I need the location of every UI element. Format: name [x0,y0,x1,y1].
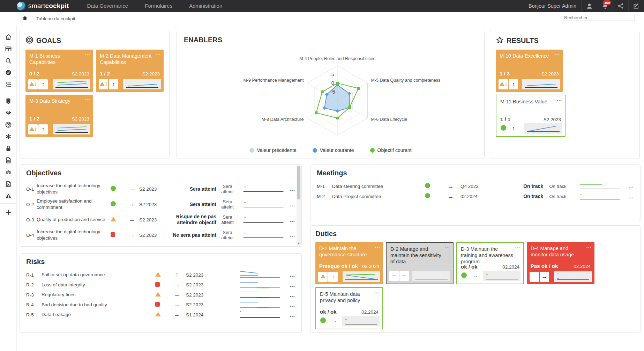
row-period: Q4 2023 [460,184,519,189]
more-menu[interactable]: ... [281,272,295,278]
card-status-row: 0 / 2S2 2023 [29,71,89,76]
card-m-10[interactable]: M-10 Data Excellence...1 / 3S2 2023!↑ [496,50,563,92]
row-status-text: Sera atteint [168,202,216,207]
more-menu[interactable]: ... [621,193,634,199]
dash-icon: – [392,273,396,279]
card-m-11[interactable]: M-11 Business Value...1 / 1S2 2023↑ [496,95,566,137]
card-ratio: 1 / 1 [500,116,510,122]
more-menu[interactable]: ... [556,96,562,102]
card-period: S2 2023 [72,116,89,122]
card-d-3[interactable]: D-3 Maintain the training and awareness … [456,242,524,284]
more-menu[interactable]: ... [281,292,295,298]
list-item-m-1[interactable]: M-1Data steering committee→Q4 2023On tra… [317,181,634,191]
card-d-1[interactable]: D-1 Maintain the governance structure...… [315,242,383,284]
more-menu[interactable]: ... [281,282,295,288]
sidebar-item-check-circle[interactable] [4,68,13,77]
more-menu[interactable]: ... [375,243,380,249]
more-menu[interactable]: ... [621,183,634,189]
sidebar-item-asterisk[interactable] [4,132,13,141]
card-status-row: 1 / 3S2 2023 [500,71,559,76]
list-item-r-2[interactable]: R-2Loss of data integrity→S2 2023... [26,280,295,290]
edit-button[interactable] [628,0,644,12]
logo-text: smartcockpit [28,2,69,10]
more-menu[interactable]: ... [515,243,521,249]
list-item-r-1[interactable]: R-1Fail to set up data governance↑S2 202… [26,270,295,280]
card-m-1[interactable]: M-1 Business Capabilities...0 / 2S2 2023… [25,50,93,92]
row-id: O-2 [26,202,37,207]
home-breadcrumb-button[interactable] [22,15,28,22]
more-menu[interactable]: ... [285,202,295,207]
share-button[interactable] [613,0,628,12]
status-circle-icon [111,201,116,206]
sidebar-item-layers[interactable] [4,168,13,176]
list-item-r-3[interactable]: R-3Regulatory fines→S2 2023... [26,290,295,300]
sidebar-item-file-x[interactable] [4,180,13,188]
list-item-o-2[interactable]: O-2Employee satisfaction and commitment→… [26,197,295,212]
more-menu[interactable]: ... [85,95,90,101]
menu-item-administration[interactable]: Administration [181,0,231,12]
dash-icon: – [403,273,406,279]
card-m-2[interactable]: M-2 Data Management Capabilities...1 / 2… [96,50,164,92]
sidebar-item-handshake[interactable] [4,109,13,117]
row-spark-cell [572,182,621,191]
indicator-badge: ↑ [38,79,48,89]
sidebar-item-home[interactable] [4,33,13,41]
scrollbar-thumb[interactable] [297,166,300,199]
sparkline-chart [53,124,90,134]
sparkline-chart [342,316,380,326]
user-button[interactable] [581,0,597,12]
svg-text:0: 0 [331,80,334,86]
more-menu[interactable]: ... [85,50,90,56]
notifications-button[interactable]: 159 [597,0,613,12]
menu-item-formulaires[interactable]: Formulaires [136,0,181,12]
list-item-m-2[interactable]: M-2Data Project committee→02.2024On trac… [317,191,634,202]
more-menu[interactable]: ... [374,288,380,294]
sidebar-item-file-lines[interactable] [4,156,13,164]
arrow-right-icon: → [542,274,547,279]
sidebar-item-bullseye[interactable] [4,120,13,129]
more-menu[interactable]: ... [444,243,450,249]
more-menu[interactable]: ... [281,302,295,308]
menu-item-data-governance[interactable]: Data Governance [78,0,136,12]
row-label: Bad decision due to bad quality [42,302,155,308]
list-item-o-4[interactable]: O-4Increase the digital technology objec… [26,227,295,243]
sidebar-item-ordered-list[interactable]: 12 [4,80,13,89]
more-menu[interactable]: ... [285,186,295,192]
list-item-r-5[interactable]: R-5Data Leakage→S1 2024... [26,310,295,320]
row-period: S2 2023 [186,282,218,287]
list-item-o-3[interactable]: O-3Quality of production and service→S2 … [26,212,295,227]
row-mini-status: Sera atteint [216,199,239,210]
svg-text:1: 1 [6,82,7,84]
more-menu[interactable]: ... [285,217,295,223]
topbar: smartcockpit Data GovernanceFormulairesA… [0,0,644,12]
card-d-4[interactable]: D-4 Manage and monitor data usage...Pas … [527,242,594,284]
card-m-3[interactable]: M-3 Data Strategy...1 / 2S2 2023!↑ [25,95,93,137]
sidebar-item-search[interactable] [4,57,13,65]
sidebar-item-building[interactable] [4,97,13,105]
scrollbar-down-icon[interactable]: ▼ [297,242,301,245]
card-d-5[interactable]: D-5 Maintain data privacy and policy...o… [315,287,383,329]
more-menu[interactable]: ... [155,50,161,56]
sidebar-item-table[interactable] [4,45,13,53]
sparkline-chart [242,231,285,240]
status-circle-icon [461,272,467,279]
card-indicator-row: → [530,271,592,282]
more-menu[interactable]: ... [285,232,295,238]
app-logo[interactable]: smartcockpit [17,2,69,10]
more-menu[interactable]: ... [281,312,295,318]
sidebar-item-plus[interactable] [4,208,13,217]
sidebar-item-lock[interactable] [4,144,13,153]
search-input[interactable] [562,14,635,21]
home-icon [5,34,12,41]
more-menu[interactable]: ... [554,50,560,56]
card-period: 02.2024 [362,264,379,269]
legend-dot-icon [313,148,317,153]
card-title: M-3 Data Strategy [29,98,89,104]
list-item-o-1[interactable]: O-1Increase the digital technology objec… [26,181,295,197]
card-d-2[interactable]: D-2 Manage and maintain the sensitivity … [386,242,454,284]
sidebar-item-warning[interactable] [4,192,13,200]
list-item-r-4[interactable]: R-4Bad decision due to bad quality→S2 20… [26,300,295,310]
objectives-scrollbar[interactable]: ▼ [297,165,301,246]
more-menu[interactable]: ... [586,243,592,249]
legend-label: Valeur précédente [257,147,296,153]
